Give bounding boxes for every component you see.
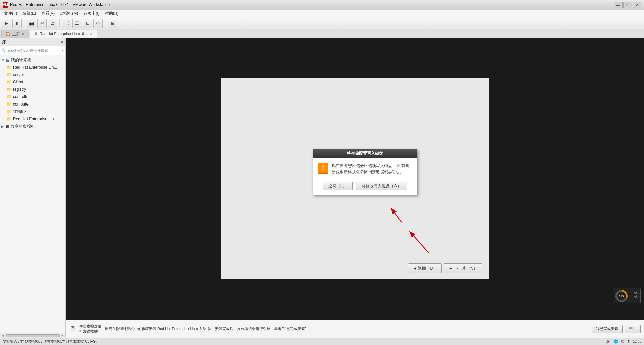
scroll-right-icon[interactable]: ► [61, 334, 64, 337]
tray-icon-4: ⬆ [627, 339, 630, 344]
vm-folder-icon-1: 📁 [7, 65, 12, 70]
sidebar-item-server[interactable]: 📁 server [0, 71, 65, 78]
sidebar-item-vm2[interactable]: 📁 Red Hat Enterprise Lin... [0, 115, 65, 123]
close-button[interactable]: ✕ [633, 2, 641, 8]
status-text: 按照在物理计算机中的步骤安装 Red Hat Enterprise Linux … [105, 326, 588, 331]
sidebar-close-button[interactable]: ✕ [60, 40, 63, 45]
toolbar-unity[interactable]: ☰ [72, 19, 82, 28]
sidebar-label-compute: compute [13, 102, 29, 107]
vm-tab-close[interactable]: ✕ [90, 32, 93, 36]
expand-icon-shared: ▶ [1, 125, 5, 128]
toolbar-settings[interactable]: ⚙ [93, 19, 103, 28]
sidebar-item-shared-vms[interactable]: ▶ 🖥 共享的虚拟机 [0, 123, 65, 130]
home-tab-close[interactable]: ✕ [22, 32, 24, 36]
sidebar-label-registry: registry [13, 87, 26, 92]
sidebar-item-client[interactable]: 📁 Client [0, 78, 65, 86]
cpu-percent-circle: 31% [615, 290, 628, 302]
vm-tab-icon: 🖥 [34, 32, 38, 36]
sidebar-label-server: server [13, 72, 24, 77]
svg-line-0 [392, 209, 402, 222]
upload-speed: 0k↑ [634, 295, 639, 298]
back-nav-button[interactable]: ◄ 返回（B） [408, 263, 442, 273]
toolbar-power[interactable]: ▶ [2, 19, 11, 28]
expand-icon: ▼ [1, 58, 5, 62]
title-bar: VM Red Hat Enterprise Linux 6 64 位 - VMw… [0, 0, 644, 10]
search-icon: 🔍 [1, 48, 6, 53]
network-speed-widget: 31% 0k↓ 0k↑ [614, 288, 641, 303]
next-nav-label: 下一步（N） [454, 266, 477, 271]
toolbar-sep3 [105, 19, 105, 27]
system-time: 12:00 [633, 340, 641, 343]
sidebar-item-registry[interactable]: 📁 registry [0, 86, 65, 93]
vm-screen: 将存储配置写入磁盘 ! 现在要将您所选分区选项写入磁盘。 所有删除或重新格式化分… [221, 78, 489, 279]
menu-file[interactable]: 文件(F) [1, 10, 20, 17]
toolbar-revert[interactable]: ↩ [37, 19, 47, 28]
sidebar-label-shared-vms: 共享的虚拟机 [11, 124, 35, 129]
scroll-thumb[interactable] [6, 334, 60, 337]
tab-home[interactable]: 🏠 主页 ✕ [1, 30, 29, 38]
toolbar-fit[interactable]: ⊡ [83, 19, 92, 28]
sidebar-label-my-computer: 我的计算机 [11, 57, 31, 63]
next-nav-button[interactable]: ► 下一步（N） [444, 263, 482, 273]
toolbar-snapshot-mgr[interactable]: 🗂 [48, 19, 57, 28]
tray-icon-2: 🌐 [613, 339, 618, 344]
sidebar-label-client: Client [13, 80, 23, 84]
dialog-overlay: 将存储配置写入磁盘 ! 现在要将您所选分区选项写入磁盘。 所有删除或重新格式化分… [221, 78, 489, 279]
shared-vm-icon: 🖥 [5, 124, 9, 129]
search-dropdown-icon[interactable]: ▼ [61, 49, 64, 52]
dialog-title: 将存储配置写入磁盘 [313, 149, 417, 158]
toolbar-snapshot[interactable]: 📷 [27, 19, 36, 28]
toolbar-pause[interactable]: ⏸ [12, 19, 22, 28]
sidebar-item-vm1[interactable]: 📁 Red Hat Enterprise Lin... [0, 64, 65, 71]
warn-symbol: ! [322, 164, 324, 172]
vm-tab-label: Red Hat Enterprise Linux 6 ... [40, 32, 88, 36]
back-nav-icon: ◄ [413, 266, 417, 271]
sidebar-label-vm2: Red Hat Enterprise Lin... [13, 117, 57, 121]
toolbar-fullscreen[interactable]: ⛶ [62, 19, 71, 28]
warning-icon: ! [318, 163, 328, 174]
sidebar-search-bar[interactable]: 🔍 ▼ [0, 46, 65, 55]
app-icon: VM [3, 2, 8, 8]
scroll-left-icon[interactable]: ◄ [1, 334, 4, 337]
tray-icon-3: 🛡 [621, 340, 625, 344]
dialog-back-button[interactable]: 返回（b） [323, 182, 353, 190]
toolbar-view[interactable]: 🖥 [108, 19, 117, 28]
sidebar-item-compute[interactable]: 📁 compute [0, 100, 65, 108]
maximize-button[interactable]: □ [623, 2, 632, 8]
toolbar-sep2 [59, 19, 60, 27]
menu-edit[interactable]: 编辑(E) [20, 10, 39, 17]
vm-folder-icon-6: 📁 [7, 102, 12, 107]
vm-folder-icon-3: 📁 [7, 80, 12, 84]
minimize-button[interactable]: — [614, 2, 623, 8]
bottom-bar: 要将输入定向到虚拟机，请在虚拟机内部单击或按 Ctrl+G。 🔊 🌐 🛡 ⬆ 1… [0, 338, 644, 345]
menu-vm[interactable]: 虚拟机(M) [57, 10, 81, 17]
menu-bar: 文件(F) 编辑(E) 查看(V) 虚拟机(M) 选项卡(I) 帮助(H) [0, 10, 644, 17]
sidebar-item-redhat63[interactable]: 📁 红帽6.3 [0, 108, 65, 115]
help-button[interactable]: 帮助 [625, 325, 641, 333]
sidebar-item-my-computer[interactable]: ▼ 🖥 我的计算机 [0, 56, 65, 64]
tab-vm[interactable]: 🖥 Red Hat Enterprise Linux 6 ... ✕ [30, 30, 97, 38]
menu-tabs[interactable]: 选项卡(I) [81, 10, 102, 17]
nav-buttons: ◄ 返回（B） ► 下一步（N） [408, 263, 482, 273]
status-bar: 🖥 单击虚拟屏幕可发送按键 按照在物理计算机中的步骤安装 Red Hat Ent… [66, 320, 644, 338]
sidebar-item-controller[interactable]: 📁 controller [0, 93, 65, 100]
window-title: Red Hat Enterprise Linux 6 64 位 - VMware… [10, 2, 614, 8]
menu-help[interactable]: 帮助(H) [102, 10, 121, 17]
dialog-buttons: 返回（b） 将修改写入磁盘（W） [313, 179, 417, 195]
menu-view[interactable]: 查看(V) [39, 10, 57, 17]
vm-folder-icon-8: 📁 [7, 117, 12, 121]
sidebar-header: 库 ✕ [0, 38, 65, 46]
vm-folder-icon-4: 📁 [7, 87, 12, 92]
sidebar-tree: ▼ 🖥 我的计算机 📁 Red Hat Enterprise Lin... 📁 … [0, 55, 65, 333]
complete-install-button[interactable]: 我已完成安装 [592, 325, 623, 333]
vm-content-area[interactable]: 将存储配置写入磁盘 ! 现在要将您所选分区选项写入磁盘。 所有删除或重新格式化分… [66, 38, 644, 320]
sidebar-scrollbar[interactable]: ◄ ► [0, 333, 65, 338]
window-controls: — □ ✕ [614, 2, 641, 8]
computer-icon: 🖥 [5, 58, 10, 63]
toolbar-sep1 [24, 19, 24, 27]
search-input[interactable] [7, 49, 59, 53]
dialog-write-button[interactable]: 将修改写入磁盘（W） [356, 182, 407, 190]
sidebar-label-controller: controller [13, 94, 30, 99]
download-speed: 0k↓ [634, 291, 639, 294]
dialog-message: 现在要将您所选分区选项写入磁盘。 所有删除或重新格式化分区指定数据都会丢失。 [332, 163, 412, 176]
